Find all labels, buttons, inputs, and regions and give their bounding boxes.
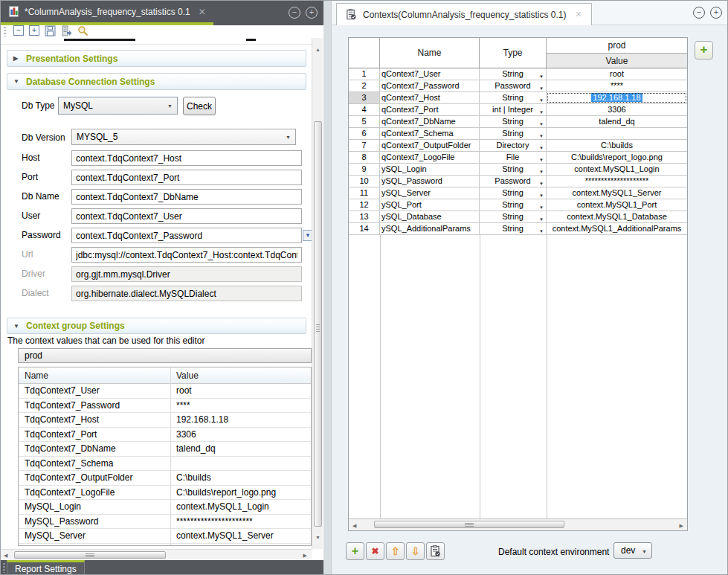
chevron-right-icon[interactable]: ▶: [13, 55, 20, 62]
variable-type-cell[interactable]: Password▼: [480, 80, 547, 91]
manage-contexts-button[interactable]: [426, 542, 445, 560]
section-header-context-group-settings[interactable]: ▼ Context group Settings: [7, 318, 306, 334]
table-row[interactable]: 11 ySQL_Server String▼ context.MySQL1_Se…: [349, 187, 687, 199]
add-variable-button[interactable]: +: [346, 542, 364, 560]
variable-name-cell[interactable]: qContext7_Port: [380, 104, 480, 115]
variable-name-cell[interactable]: ySQL_Database: [380, 211, 480, 222]
variable-value-cell[interactable]: talend_dq: [547, 116, 687, 127]
db-version-select[interactable]: MYSQL_5 ▼: [71, 129, 296, 145]
variable-type-cell[interactable]: int | Integer▼: [480, 104, 547, 115]
variable-value-cell[interactable]: C:\builds\report_logo.png: [170, 487, 311, 498]
save-icon[interactable]: [45, 25, 56, 36]
table-row[interactable]: TdqContext7_User root: [19, 384, 311, 399]
variable-value-cell[interactable]: context.MySQL1_Database: [547, 211, 687, 222]
variable-value-cell[interactable]: ********************: [547, 176, 687, 187]
variable-type-cell[interactable]: Directory▼: [480, 140, 547, 151]
variable-type-cell[interactable]: String▼: [480, 199, 547, 211]
row-number-cell[interactable]: 5: [349, 116, 380, 127]
variable-name-cell[interactable]: ySQL_Login: [380, 164, 480, 175]
minimize-view-button[interactable]: −: [289, 7, 300, 19]
minimize-view-button[interactable]: −: [693, 7, 705, 19]
variable-name-cell[interactable]: ySQL_Password: [380, 176, 480, 187]
row-number-cell[interactable]: 11: [349, 187, 380, 199]
chevron-down-icon[interactable]: ▼: [13, 78, 20, 85]
move-up-button[interactable]: ⇧: [386, 542, 405, 560]
table-row[interactable]: 9 ySQL_Login String▼ context.MySQL1_Logi…: [349, 164, 687, 176]
variable-value-cell[interactable]: context.MySQL1_Login: [547, 164, 687, 175]
row-number-cell[interactable]: 4: [349, 104, 380, 115]
scroll-right-icon[interactable]: ▶: [303, 553, 307, 559]
port-field[interactable]: [71, 170, 302, 185]
table-row[interactable]: 3 qContext7_Host String▼ 192.168.1.18: [349, 92, 687, 104]
check-connection-button[interactable]: Check: [183, 97, 216, 115]
variable-name-cell[interactable]: qContext7_Schema: [380, 128, 480, 139]
table-row[interactable]: TdqContext7_Schema: [19, 457, 311, 472]
scrollbar-thumb[interactable]: [374, 521, 564, 528]
delete-variable-button[interactable]: ✖: [366, 542, 384, 560]
variable-name-cell[interactable]: ySQL_Server: [380, 187, 480, 199]
row-number-cell[interactable]: 7: [349, 140, 380, 151]
scroll-left-icon[interactable]: ◀: [4, 553, 7, 559]
url-field[interactable]: [71, 247, 302, 263]
variable-type-cell[interactable]: String▼: [480, 164, 547, 175]
variable-value-cell[interactable]: [547, 128, 687, 139]
add-context-environment-button[interactable]: +: [695, 41, 713, 60]
table-row[interactable]: TdqContext7_Password ****: [19, 399, 311, 414]
scroll-right-icon[interactable]: ▶: [680, 523, 683, 529]
variable-type-cell[interactable]: String▼: [480, 223, 547, 234]
close-icon[interactable]: ✕: [199, 7, 206, 17]
expand-all-button[interactable]: +: [29, 25, 39, 36]
table-row[interactable]: 13 ySQL_Database String▼ context.MySQL1_…: [349, 211, 687, 223]
variable-name-cell[interactable]: qContext7_DbName: [380, 116, 480, 127]
variable-value-cell[interactable]: talend_dq: [170, 443, 311, 454]
vertical-scrollbar[interactable]: ▲ ▼: [312, 38, 323, 549]
variable-value-cell[interactable]: context.MySQL1_AdditionalParams: [547, 223, 687, 234]
variable-value-cell[interactable]: ****: [170, 400, 311, 411]
variable-name-cell[interactable]: qContext7_Password: [380, 80, 480, 91]
table-row[interactable]: 5 qContext7_DbName String▼ talend_dq: [349, 116, 687, 128]
row-number-cell[interactable]: 8: [349, 152, 380, 163]
variable-type-cell[interactable]: String▼: [480, 211, 547, 222]
table-row[interactable]: 12 ySQL_Port String▼ context.MySQL1_Port: [349, 199, 687, 211]
scroll-down-icon[interactable]: ▼: [315, 535, 320, 540]
row-number-cell[interactable]: 1: [349, 68, 380, 80]
variable-value-cell[interactable]: root: [547, 68, 687, 80]
row-number-cell[interactable]: 2: [349, 80, 380, 91]
move-down-button[interactable]: ⇩: [406, 542, 425, 560]
variable-value-cell[interactable]: C:\builds: [547, 140, 687, 151]
variable-type-cell[interactable]: Password▼: [480, 176, 547, 187]
table-row[interactable]: 1 qContext7_User String▼ root: [349, 68, 687, 80]
variable-value-cell[interactable]: ****: [547, 80, 687, 91]
maximize-view-button[interactable]: +: [306, 7, 318, 19]
table-row[interactable]: 2 qContext7_Password Password▼ ****: [349, 80, 687, 92]
table-row[interactable]: TdqContext7_Host 192.168.1.18: [19, 413, 311, 428]
table-row[interactable]: 10 ySQL_Password Password▼ *************…: [349, 176, 687, 187]
environment-column-header[interactable]: prod: [547, 38, 687, 54]
variable-value-cell[interactable]: C:\builds: [170, 472, 311, 483]
table-row[interactable]: TdqContext7_DbName talend_dq: [19, 442, 311, 457]
variable-name-cell[interactable]: qContext7_Host: [380, 92, 480, 103]
row-number-cell[interactable]: 9: [349, 164, 380, 175]
default-environment-select[interactable]: dev ▼: [613, 542, 652, 559]
password-field[interactable]: [71, 228, 302, 243]
table-row[interactable]: 7 qContext7_OutputFolder Directory▼ C:\b…: [349, 140, 687, 152]
table-row[interactable]: TdqContext7_OutputFolder C:\builds: [19, 471, 311, 486]
variable-value-cell[interactable]: C:\builds\report_logo.png: [547, 152, 687, 163]
table-row[interactable]: MySQL_Login context.MySQL1_Login: [19, 500, 311, 515]
variable-value-cell[interactable]: context.MySQL1_Port: [547, 199, 687, 211]
variable-value-cell[interactable]: 3306: [170, 429, 311, 440]
variable-type-cell[interactable]: String▼: [480, 187, 547, 199]
section-header-database-connection-settings[interactable]: ▼ Database Connection Settings: [7, 73, 306, 90]
variable-name-cell[interactable]: qContext7_OutputFolder: [380, 140, 480, 151]
tab-contexts-view[interactable]: Contexts(ColumnAnalysis_frequency_statis…: [336, 3, 592, 25]
variable-name-cell[interactable]: ySQL_Port: [380, 199, 480, 211]
variable-value-cell[interactable]: **********************: [170, 516, 311, 527]
variable-value-cell[interactable]: context.MySQL1_Server: [170, 530, 311, 541]
scrollbar-thumb[interactable]: [314, 121, 322, 527]
db-name-field[interactable]: [71, 189, 302, 205]
variable-type-cell[interactable]: File▼: [480, 152, 547, 163]
search-icon[interactable]: [77, 25, 88, 36]
variable-value-cell[interactable]: context.MySQL1_Login: [170, 501, 311, 512]
table-row[interactable]: 8 qContext7_LogoFile File▼ C:\builds\rep…: [349, 152, 687, 164]
variable-name-cell[interactable]: ySQL_AdditionalParams: [380, 223, 480, 234]
